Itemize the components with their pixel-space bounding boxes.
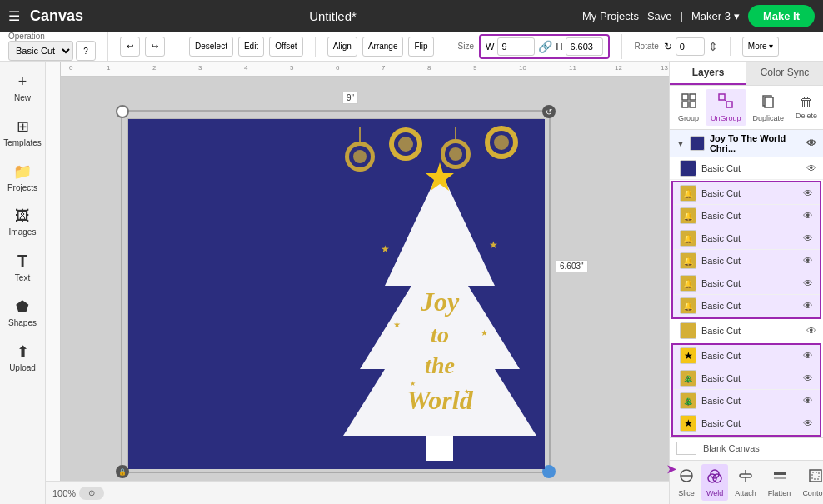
layer-thumb-6: 🔔 [680, 275, 696, 292]
layer-item-6[interactable]: 🔔 Basic Cut 👁 [673, 272, 820, 295]
contour-button[interactable]: Contour [797, 464, 823, 501]
christmas-tree-svg: Joy to the World ★ ★ ★ ★ ★ ★ [335, 119, 545, 469]
save-button[interactable]: Save [647, 10, 672, 22]
layer-item-7[interactable]: 🔔 Basic Cut 👁 [673, 295, 820, 317]
panel-tabs: Layers Color Sync [670, 62, 823, 86]
attach-button[interactable]: Attach [730, 464, 761, 501]
delete-button[interactable]: 🗑 Delete [791, 92, 822, 123]
operation-label: Operation [8, 32, 96, 41]
ruler-mark-0: 0 [69, 64, 72, 72]
maker-selector[interactable]: Maker 3 ▾ [691, 10, 740, 22]
layer-item-3[interactable]: 🔔 Basic Cut 👁 [673, 205, 820, 227]
slice-button[interactable]: Slice [673, 464, 700, 501]
handle-top-left[interactable] [116, 105, 129, 118]
layer-item-2[interactable]: 🔔 Basic Cut 👁 [673, 182, 820, 205]
lock-icon[interactable]: 🔗 [538, 40, 552, 53]
layer-eye-5[interactable]: 👁 [803, 255, 813, 267]
ungroup-button[interactable]: UnGroup [706, 89, 746, 126]
handle-top-right[interactable]: ↺ [542, 105, 556, 118]
sidebar-item-shapes[interactable]: ⬟ Shapes [2, 292, 43, 332]
operation-help[interactable]: ? [76, 41, 96, 61]
layer-eye-9[interactable]: 👁 [803, 350, 813, 362]
layer-item-4[interactable]: 🔔 Basic Cut 👁 [673, 227, 820, 250]
ruler-mark-13: 13 [661, 64, 668, 72]
tab-layers[interactable]: Layers [670, 62, 746, 85]
sidebar-item-images[interactable]: 🖼 Images [2, 202, 43, 242]
layer-item-10[interactable]: 🎄 Basic Cut 👁 [673, 367, 820, 390]
canvas-workspace[interactable]: ↺ 🔒 [61, 77, 669, 481]
svg-rect-31 [682, 102, 688, 107]
svg-point-11 [494, 135, 509, 150]
more-button[interactable]: More ▾ [742, 37, 780, 57]
layer-eye-6[interactable]: 👁 [803, 277, 813, 289]
layer-eye-1[interactable]: 👁 [806, 162, 816, 174]
zoom-circle[interactable]: ⊙ [79, 487, 104, 500]
svg-rect-29 [682, 94, 688, 100]
my-projects-button[interactable]: My Projects [582, 10, 639, 22]
make-it-button[interactable]: Make It [748, 5, 815, 27]
group-eye-icon[interactable]: 👁 [806, 137, 816, 149]
arrange-button[interactable]: Arrange [362, 37, 404, 57]
flip-button[interactable]: Flip [408, 37, 433, 57]
flatten-button[interactable]: Flatten [763, 464, 796, 501]
tab-color-sync[interactable]: Color Sync [746, 62, 823, 85]
svg-rect-17 [426, 436, 453, 461]
duplicate-button[interactable]: Duplicate [748, 89, 790, 126]
rotate-stepper[interactable]: ⇕ [708, 40, 718, 53]
layer-thumb-2: 🔔 [680, 185, 696, 202]
edit-button[interactable]: Edit [238, 37, 264, 57]
undo-button[interactable]: ↩ [120, 37, 140, 57]
layer-name-11: Basic Cut [701, 396, 798, 406]
offset-button[interactable]: Offset [269, 37, 303, 57]
sidebar-item-projects[interactable]: 📁 Projects [2, 157, 43, 197]
group-color-thumb [690, 136, 705, 151]
ruler-mark-5: 5 [290, 64, 293, 72]
height-input[interactable] [566, 37, 603, 56]
layer-eye-7[interactable]: 👁 [803, 300, 813, 312]
weld-button[interactable]: Weld [701, 464, 728, 501]
layer-eye-3[interactable]: 👁 [803, 210, 813, 222]
rotate-input[interactable] [676, 37, 705, 56]
layer-name-4: Basic Cut [701, 233, 798, 243]
sidebar-item-text[interactable]: T Text [2, 247, 43, 287]
layer-group-header[interactable]: ▼ Joy To The World Chri... 👁 [670, 130, 823, 157]
canvas-right-panel: Joy to the World ★ ★ ★ ★ ★ ★ [335, 119, 545, 469]
layer-item-11[interactable]: 🎄 Basic Cut 👁 [673, 390, 820, 412]
layer-item-1[interactable]: Basic Cut 👁 [670, 157, 823, 180]
layer-item-8[interactable]: Basic Cut 👁 [670, 320, 823, 342]
layer-thumb-10: 🎄 [680, 370, 696, 387]
layer-thumb-12: ★ [680, 415, 696, 432]
deselect-button[interactable]: Deselect [189, 37, 233, 57]
layer-name-3: Basic Cut [701, 211, 798, 221]
layer-eye-12[interactable]: 👁 [803, 417, 813, 429]
operation-group: Operation Basic Cut ? [8, 32, 108, 61]
layer-item-5[interactable]: 🔔 Basic Cut 👁 [673, 250, 820, 272]
redo-button[interactable]: ↪ [145, 37, 165, 57]
svg-point-2 [353, 150, 367, 163]
weld-icon [706, 467, 723, 487]
duplicate-icon [760, 92, 776, 112]
operation-select[interactable]: Basic Cut [8, 41, 73, 61]
layer-eye-2[interactable]: 👁 [803, 187, 813, 199]
layer-eye-10[interactable]: 👁 [803, 372, 813, 384]
layer-eye-11[interactable]: 👁 [803, 395, 813, 407]
layer-eye-8[interactable]: 👁 [806, 325, 816, 337]
sidebar-label-images: Images [9, 227, 37, 237]
bottom-tools: Slice Weld Attach [670, 461, 823, 504]
layer-eye-4[interactable]: 👁 [803, 232, 813, 244]
layer-thumb-7: 🔔 [680, 297, 696, 314]
width-input[interactable] [497, 37, 535, 56]
layer-item-9[interactable]: ★ Basic Cut 👁 [673, 345, 820, 367]
align-button[interactable]: Align [327, 37, 357, 57]
sidebar-item-new[interactable]: + New [2, 68, 43, 107]
layer-list: ▼ Joy To The World Chri... 👁 Basic Cut 👁… [670, 130, 823, 460]
layer-item-12[interactable]: ★ Basic Cut 👁 [673, 412, 820, 435]
layer-thumb-1 [680, 160, 696, 177]
group-button[interactable]: Group [673, 89, 704, 126]
menu-icon[interactable]: ☰ [8, 8, 20, 24]
separator: | [681, 10, 683, 22]
sidebar-item-templates[interactable]: ⊞ Templates [2, 112, 43, 152]
dimension-label-vertical: 6.603" [556, 260, 588, 272]
svg-rect-37 [765, 97, 773, 107]
sidebar-item-upload[interactable]: ⬆ Upload [2, 337, 43, 377]
